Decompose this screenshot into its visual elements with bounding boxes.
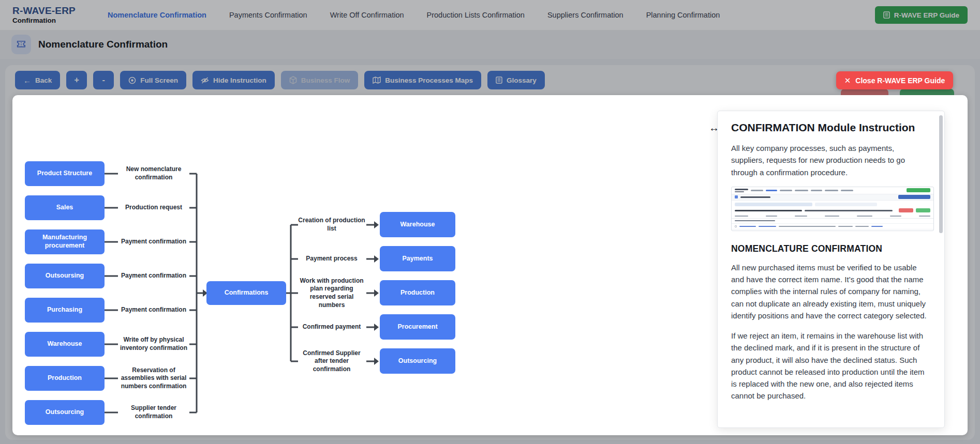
app-screen: R-WAVE-ERP Confirmation Nomenclature Con… bbox=[0, 0, 980, 444]
flow-node-payments[interactable]: Payments bbox=[380, 246, 455, 271]
thumbnail-table-header bbox=[732, 214, 933, 219]
edge-label: Write off by physical inventory confirma… bbox=[118, 327, 189, 361]
close-erp-guide-label: Close R-WAVE ERP Guide bbox=[855, 76, 945, 85]
flow-node-outsourcing-tgt[interactable]: Outsourcing bbox=[380, 348, 455, 374]
thumbnail-group-row bbox=[732, 219, 933, 223]
panel-section-title: NOMENCLATURE CONFIRMATION bbox=[731, 243, 927, 254]
flow-node-procurement[interactable]: Procurement bbox=[380, 314, 455, 340]
thumbnail-totals-row bbox=[732, 207, 933, 214]
thumbnail-data-row bbox=[732, 223, 933, 229]
edge-label: Supplier tender confirmation bbox=[118, 395, 189, 430]
close-x-icon: ✕ bbox=[844, 76, 851, 85]
flow-node-warehouse-tgt[interactable]: Warehouse bbox=[380, 212, 455, 237]
flow-node-production-src[interactable]: Production bbox=[25, 366, 105, 391]
thumbnail-pagebar bbox=[732, 194, 933, 201]
instruction-panel: ↔ CONFIRMATION Module Instruction All ke… bbox=[717, 111, 945, 428]
panel-paragraph-1: All new purchased items must be verified… bbox=[731, 262, 927, 321]
flow-node-manufacturing-procurement[interactable]: Manufacturing procurement bbox=[25, 229, 105, 254]
flow-node-warehouse-src[interactable]: Warehouse bbox=[25, 332, 105, 357]
edge-label: Production request bbox=[118, 191, 189, 225]
flow-node-sales[interactable]: Sales bbox=[25, 195, 105, 220]
edge-label: Confirmed payment bbox=[298, 310, 365, 344]
flow-node-outsourcing-src[interactable]: Outsourcing bbox=[25, 400, 105, 425]
panel-resize-handle-icon[interactable]: ↔ bbox=[709, 122, 719, 134]
edge-label: Work with production plan regarding rese… bbox=[298, 276, 365, 310]
edge-label: Creation of production list bbox=[298, 208, 365, 242]
thumbnail-data-row bbox=[732, 229, 933, 231]
close-erp-guide-button[interactable]: ✕ Close R-WAVE ERP Guide bbox=[836, 71, 953, 89]
flow-node-production-tgt[interactable]: Production bbox=[380, 280, 455, 305]
flow-node-confirmations[interactable]: Confirmations bbox=[206, 281, 286, 305]
flow-node-product-structure[interactable]: Product Structure bbox=[25, 161, 105, 186]
flow-node-purchasing[interactable]: Purchasing bbox=[25, 298, 105, 323]
panel-intro: All key company processes, such as payme… bbox=[731, 142, 927, 178]
edge-label: New nomenclature confirmation bbox=[118, 157, 189, 191]
edge-label: Payment confirmation bbox=[118, 225, 189, 259]
edge-label: Confirmed Supplier after tender confirma… bbox=[298, 344, 365, 378]
edge-label: Payment confirmation bbox=[118, 293, 189, 327]
edge-label: Payment process bbox=[298, 242, 365, 276]
guide-screenshot-thumbnail bbox=[731, 187, 934, 231]
panel-title: CONFIRMATION Module Instruction bbox=[731, 121, 927, 134]
flow-node-outsoursing[interactable]: Outsoursing bbox=[25, 264, 105, 288]
edge-label: Payment confirmation bbox=[118, 259, 189, 293]
thumbnail-topnav bbox=[732, 187, 933, 194]
thumbnail-tabs bbox=[732, 202, 933, 207]
edge-label: Reservation of assemblies with serial nu… bbox=[118, 361, 189, 395]
panel-paragraph-2: If we reject an item, it remains in the … bbox=[731, 330, 927, 402]
panel-scrollbar-thumb[interactable] bbox=[939, 115, 943, 233]
